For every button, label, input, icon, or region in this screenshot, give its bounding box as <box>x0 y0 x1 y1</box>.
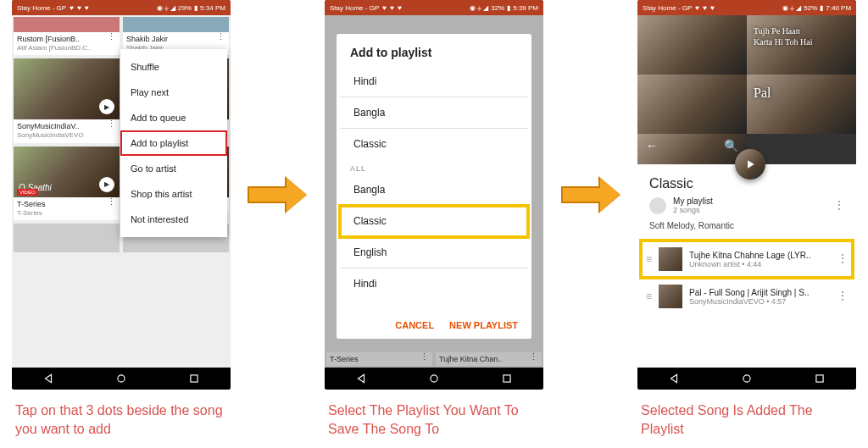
arrow-right-icon <box>561 178 620 212</box>
status-bar: Stay Home - GP ♥ ♥ ♥ ◉ ⏚ ◢ 32% ▮ 5:39 PM <box>325 0 543 15</box>
battery-icon: ▮ <box>820 4 823 12</box>
song-meta: Unknown artist • 4:44 <box>689 260 831 268</box>
hero-text: Tujh Pe Haan Karta Hi Toh Hai <box>754 25 812 47</box>
svg-point-2 <box>431 375 437 382</box>
android-nav-bar <box>325 368 543 390</box>
more-icon[interactable]: ⋮ <box>107 123 116 125</box>
playlist-option[interactable]: Hindi <box>340 66 528 97</box>
wifi-icon: ◉ ⏚ ◢ <box>157 4 175 12</box>
battery-label: 52% <box>804 4 817 12</box>
battery-label: 32% <box>491 4 504 12</box>
tile-title: T-Series <box>17 200 116 209</box>
tile-label[interactable]: T-Series T-Series ⋮ <box>14 197 120 220</box>
playlist-picker-screen: T-Series ⋮ Tujhe Kitna Chan.. ⋮ Add to p… <box>325 15 543 368</box>
menu-item-shop-artist[interactable]: Shop this artist <box>120 181 227 207</box>
recent-icon[interactable] <box>814 373 826 384</box>
play-fab[interactable] <box>735 149 765 180</box>
home-icon[interactable] <box>741 373 753 384</box>
svg-rect-1 <box>191 375 198 382</box>
playlist-option[interactable]: Bangla <box>340 174 528 206</box>
owner-avatar <box>649 197 666 214</box>
menu-item-go-to-artist[interactable]: Go to artist <box>120 156 227 181</box>
arrow-right-icon <box>248 178 307 212</box>
song-row[interactable]: ≡ Tujhe Kitna Chahne Lage (LYR.. Unknown… <box>643 242 851 276</box>
song-thumb <box>659 285 682 308</box>
status-heart-icons: ♥ ♥ ♥ <box>695 4 715 12</box>
drag-handle-icon[interactable]: ≡ <box>646 253 652 265</box>
song-context-menu: Shuffle Play next Add to queue Add to pl… <box>120 49 227 237</box>
step3-caption: Selected Song Is Added The Playlist <box>641 401 853 438</box>
home-icon[interactable] <box>115 373 127 384</box>
battery-icon: ▮ <box>507 4 510 12</box>
menu-item-add-to-playlist[interactable]: Add to playlist <box>120 130 227 156</box>
tile-title: Shakib Jakir <box>126 35 225 44</box>
cancel-button[interactable]: CANCEL <box>395 320 434 330</box>
back-arrow-icon[interactable]: ← <box>646 139 658 159</box>
album-art[interactable]: ▶ <box>14 58 120 119</box>
video-badge: VIDEO <box>17 189 38 196</box>
status-heart-icons: ♥ ♥ ♥ <box>382 4 403 12</box>
album-art <box>123 17 229 32</box>
playlist-option[interactable]: Hindi <box>340 268 528 299</box>
time-label: 5:34 PM <box>200 4 225 12</box>
wifi-icon: ◉ ⏚ ◢ <box>782 4 801 12</box>
carrier-label: Stay Home - GP <box>643 4 692 12</box>
playlist-more-icon[interactable]: ⋮ <box>834 204 844 207</box>
back-icon[interactable] <box>668 373 680 384</box>
back-icon[interactable] <box>42 373 54 384</box>
album-art <box>14 17 120 32</box>
tile-label[interactable]: SonyMusicIndiaV.. SonyMusicIndiaVEVO ⋮ <box>14 119 120 142</box>
song-title: Pal - Full Song | Arijit Singh | S.. <box>689 288 831 297</box>
dialog-title: Add to playlist <box>337 46 531 66</box>
status-bar: Stay Home - GP ♥ ♥ ♥ ◉ ⏚ ◢ 52% ▮ 7:40 PM <box>637 0 856 15</box>
android-nav-bar <box>12 368 231 390</box>
back-icon[interactable] <box>355 373 367 384</box>
phone-step1: Stay Home - GP ♥ ♥ ♥ ◉ ⏚ ◢ 29% ▮ 5:34 PM… <box>12 0 231 390</box>
section-header: ALL <box>337 159 531 174</box>
playlist-option-classic[interactable]: Classic <box>340 206 528 237</box>
menu-item-play-next[interactable]: Play next <box>120 80 227 105</box>
recent-icon[interactable] <box>188 373 200 384</box>
play-icon[interactable]: ▶ <box>99 99 114 114</box>
hero-text: Pal <box>754 85 771 102</box>
home-icon[interactable] <box>428 373 440 384</box>
song-count: 2 songs <box>673 206 713 214</box>
recent-icon[interactable] <box>501 373 513 384</box>
battery-icon: ▮ <box>194 4 198 12</box>
time-label: 7:40 PM <box>826 4 851 12</box>
tile-subtitle: T-Series <box>17 209 116 218</box>
phone-step2: Stay Home - GP ♥ ♥ ♥ ◉ ⏚ ◢ 32% ▮ 5:39 PM… <box>325 0 543 390</box>
menu-item-not-interested[interactable]: Not interested <box>120 207 227 232</box>
android-nav-bar <box>637 368 856 390</box>
status-bar: Stay Home - GP ♥ ♥ ♥ ◉ ⏚ ◢ 29% ▮ 5:34 PM <box>12 0 231 15</box>
tile-label[interactable]: Rustom [FusionB.. Atif Aslam [FusionBD.C… <box>14 32 120 55</box>
menu-item-shuffle[interactable]: Shuffle <box>120 54 227 80</box>
svg-point-0 <box>118 375 125 382</box>
song-row[interactable]: ≡ Pal - Full Song | Arijit Singh | S.. S… <box>643 279 851 313</box>
playlist-option[interactable]: Classic <box>340 129 528 159</box>
playlist-tags: Soft Melody, Romantic <box>649 221 844 230</box>
song-more-icon[interactable]: ⋮ <box>837 295 848 298</box>
owner-title: My playlist <box>673 196 713 206</box>
play-icon[interactable]: ▶ <box>99 177 114 192</box>
album-art[interactable] <box>14 224 120 252</box>
more-icon[interactable]: ⋮ <box>216 36 225 38</box>
song-more-icon[interactable]: ⋮ <box>837 257 848 261</box>
play-icon <box>744 158 756 170</box>
svg-rect-3 <box>504 375 510 382</box>
playlist-hero: Tujh Pe Haan Karta Hi Toh Hai Pal ← 🔍 <box>637 15 856 164</box>
new-playlist-button[interactable]: NEW PLAYLIST <box>449 320 518 330</box>
drag-handle-icon[interactable]: ≡ <box>646 290 652 302</box>
svg-point-4 <box>743 375 750 382</box>
more-icon[interactable]: ⋮ <box>107 36 116 38</box>
step1-caption: Tap on that 3 dots beside the song you w… <box>15 401 227 438</box>
menu-item-add-to-queue[interactable]: Add to queue <box>120 105 227 130</box>
tile-subtitle: SonyMusicIndiaVEVO <box>17 131 116 140</box>
album-art[interactable]: O Saathi VIDEO ▶ <box>14 147 120 197</box>
playlist-option[interactable]: Bangla <box>340 97 528 129</box>
playlist-option[interactable]: English <box>340 237 528 268</box>
more-icon[interactable]: ⋮ <box>107 201 116 203</box>
carrier-label: Stay Home - GP <box>330 4 379 12</box>
music-library-screen: Rustom [FusionB.. Atif Aslam [FusionBD.C… <box>12 15 231 368</box>
battery-label: 29% <box>178 4 192 12</box>
